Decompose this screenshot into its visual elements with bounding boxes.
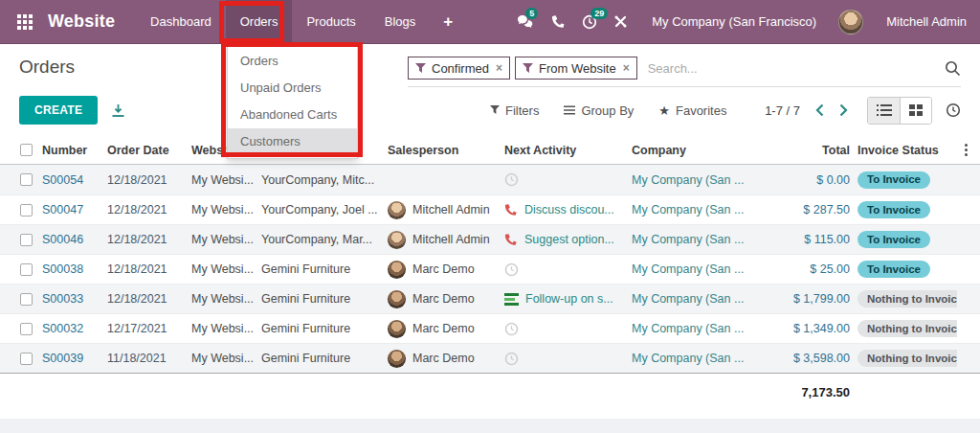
search-icon[interactable] <box>945 60 961 77</box>
order-website: My Websi... <box>191 173 261 187</box>
next-activity-cell[interactable] <box>504 262 632 277</box>
dropdown-item-unpaid-orders[interactable]: Unpaid Orders <box>228 75 357 102</box>
invoice-status-badge: Nothing to Invoice <box>858 290 957 308</box>
next-activity-cell[interactable] <box>504 352 632 366</box>
col-header-salesperson[interactable]: Salesperson <box>388 144 504 157</box>
tools-icon[interactable] <box>613 14 628 29</box>
next-activity-cell[interactable]: Suggest option... <box>504 233 632 246</box>
table-row[interactable]: S00054 12/18/2021 My Websi... YourCompan… <box>0 165 980 194</box>
order-website: My Websi... <box>191 233 261 246</box>
top-menu-dashboard[interactable]: Dashboard <box>136 0 226 44</box>
user-avatar[interactable] <box>838 10 863 34</box>
activity-view-button[interactable] <box>946 103 961 118</box>
table-row[interactable]: S00046 12/18/2021 My Websi... YourCompan… <box>0 224 980 254</box>
order-company-link[interactable]: My Company (San ... <box>632 322 775 335</box>
order-company-link[interactable]: My Company (San ... <box>632 233 775 246</box>
row-checkbox[interactable] <box>20 353 33 365</box>
order-number-link[interactable]: S00032 <box>42 322 107 335</box>
facet-remove-icon[interactable]: × <box>623 61 630 75</box>
invoice-status-cell: Nothing to Invoice ... <box>850 320 957 337</box>
order-company-link[interactable]: My Company (San ... <box>632 262 775 276</box>
dropdown-item-customers[interactable]: Customers <box>228 128 357 155</box>
clock-icon <box>504 322 519 336</box>
col-header-company[interactable]: Company <box>632 144 775 157</box>
col-header-number[interactable]: Number <box>42 144 107 157</box>
phone-icon[interactable] <box>551 14 566 29</box>
table-row[interactable]: S00039 11/18/2021 My Websi... Gemini Fur… <box>0 343 980 373</box>
app-name[interactable]: Website <box>48 11 115 32</box>
company-switcher[interactable]: My Company (San Francisco) <box>652 14 816 29</box>
new-content-plus-icon[interactable]: + <box>430 12 466 32</box>
salesperson-avatar <box>388 290 406 308</box>
top-menu-blogs[interactable]: Blogs <box>370 0 431 44</box>
next-activity-cell[interactable] <box>504 322 632 336</box>
apps-menu-icon[interactable] <box>17 14 33 30</box>
clock-icon <box>504 352 519 366</box>
order-total: $ 287.50 <box>775 203 850 216</box>
search-input[interactable] <box>642 57 945 80</box>
filters-button[interactable]: Filters <box>490 103 539 118</box>
col-header-total[interactable]: Total <box>775 144 850 157</box>
order-number-link[interactable]: S00039 <box>42 352 107 365</box>
activity-view-clock-icon <box>946 103 961 118</box>
table-row[interactable]: S00047 12/18/2021 My Websi... YourCompan… <box>0 194 980 224</box>
kanban-view-button[interactable] <box>900 98 931 124</box>
row-checkbox[interactable] <box>20 263 33 276</box>
view-switcher <box>867 97 932 125</box>
table-row[interactable]: S00032 12/17/2021 My Websi... Gemini Fur… <box>0 313 980 343</box>
next-activity-cell[interactable]: Discuss discou... <box>504 203 632 216</box>
order-number-link[interactable]: S00046 <box>42 233 107 246</box>
col-header-invoice-status[interactable]: Invoice Status <box>850 144 957 157</box>
order-number-link[interactable]: S00033 <box>42 292 107 306</box>
user-menu[interactable]: Mitchell Admin <box>886 14 967 29</box>
control-panel-buttons: CREATE Filters Group By ★ Favorites 1-7 … <box>0 87 980 136</box>
order-salesperson: Marc Demo <box>388 261 504 279</box>
row-checkbox[interactable] <box>20 204 33 216</box>
row-checkbox[interactable] <box>20 323 33 335</box>
create-button[interactable]: CREATE <box>19 96 98 125</box>
messages-icon[interactable]: 5 <box>517 14 535 29</box>
order-company-link[interactable]: My Company (San ... <box>632 292 775 306</box>
list-view-button[interactable] <box>868 98 900 124</box>
invoice-status-badge: To Invoice <box>858 201 930 218</box>
group-by-button[interactable]: Group By <box>564 103 634 118</box>
row-checkbox[interactable] <box>20 173 33 186</box>
order-salesperson: Marc Demo <box>388 350 504 368</box>
top-menu-orders[interactable]: Orders <box>226 0 293 44</box>
order-customer: Gemini Furniture <box>261 352 388 365</box>
next-activity-cell[interactable] <box>504 172 632 187</box>
dropdown-item-abandoned-carts[interactable]: Abandoned Carts <box>228 102 357 128</box>
invoice-status-cell: To Invoice <box>850 201 957 218</box>
order-company-link[interactable]: My Company (San ... <box>632 352 775 365</box>
favorites-button[interactable]: ★ Favorites <box>658 103 726 118</box>
next-activity-cell[interactable]: Follow-up on s... <box>504 292 632 306</box>
facet-label: Confirmed <box>432 61 489 76</box>
optional-columns-icon[interactable] <box>962 141 970 159</box>
control-panel-top: Orders Confirmed×From Website× <box>0 44 980 87</box>
dropdown-item-orders[interactable]: Orders <box>228 48 357 75</box>
table-row[interactable]: S00038 12/18/2021 My Websi... Gemini Fur… <box>0 254 980 284</box>
order-company-link[interactable]: My Company (San ... <box>632 203 775 216</box>
table-row[interactable]: S00033 12/18/2021 My Websi... Gemini Fur… <box>0 284 980 313</box>
export-download-icon[interactable] <box>111 103 125 118</box>
activities-clock-icon[interactable]: 29 <box>582 14 597 30</box>
row-checkbox[interactable] <box>20 293 33 306</box>
phone-call-icon <box>504 203 518 216</box>
select-all-checkbox[interactable] <box>20 144 33 156</box>
order-number-link[interactable]: S00038 <box>42 262 107 276</box>
col-header-next-activity[interactable]: Next Activity <box>504 144 632 157</box>
row-checkbox[interactable] <box>20 234 33 246</box>
order-website: My Websi... <box>191 352 261 365</box>
pager-previous-icon[interactable] <box>815 103 824 117</box>
top-menu-products[interactable]: Products <box>292 0 369 44</box>
invoice-status-badge: To Invoice <box>858 261 930 278</box>
facet-remove-icon[interactable]: × <box>496 61 502 75</box>
table-header: Number Order Date Website Customer Sales… <box>0 136 980 165</box>
order-company-link[interactable]: My Company (San ... <box>632 173 775 187</box>
order-number-link[interactable]: S00047 <box>42 203 107 216</box>
order-total: $ 0.00 <box>775 173 850 187</box>
col-header-order-date[interactable]: Order Date <box>107 144 191 157</box>
clock-icon <box>504 262 519 277</box>
order-number-link[interactable]: S00054 <box>42 173 107 187</box>
pager-next-icon[interactable] <box>839 103 848 117</box>
